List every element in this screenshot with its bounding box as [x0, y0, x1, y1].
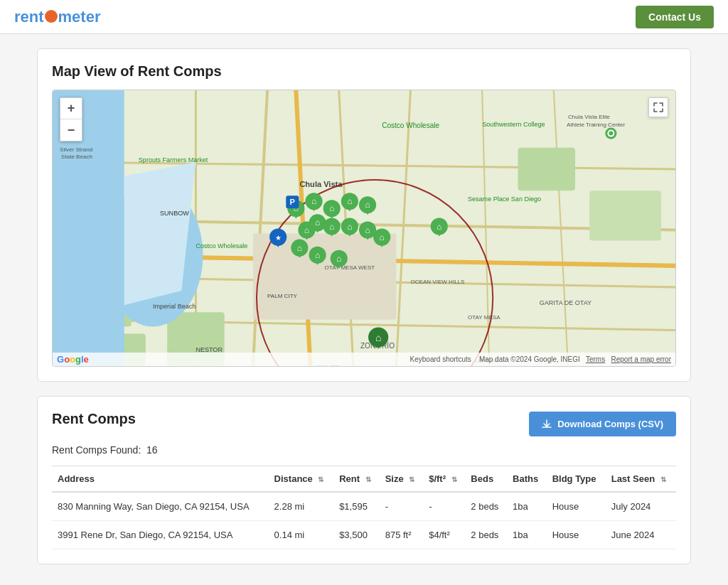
- svg-text:Sprouts Farmers Market: Sprouts Farmers Market: [139, 156, 208, 163]
- svg-text:Sesame Place San Diego: Sesame Place San Diego: [468, 195, 541, 203]
- svg-text:Athlete Training Center: Athlete Training Center: [567, 122, 626, 128]
- cell-price-sqft: $4/ft²: [423, 521, 465, 549]
- map-zoom-controls: + −: [60, 97, 82, 141]
- map-data-text: Map data ©2024 Google, INEGI: [479, 355, 580, 363]
- cell-beds: 2 beds: [465, 492, 507, 521]
- map-section: Map View of Rent Comps: [37, 48, 691, 382]
- svg-text:OTAY MESA: OTAY MESA: [468, 314, 500, 321]
- svg-text:Imperial Beach: Imperial Beach: [153, 303, 196, 310]
- svg-text:SUNBOW: SUNBOW: [160, 210, 189, 217]
- map-attribution: Google Keyboard shortcuts Map data ©2024…: [53, 353, 675, 366]
- sort-last-seen-icon: ⇅: [660, 476, 666, 483]
- logo-meter: meter: [58, 8, 101, 26]
- map-container[interactable]: Chula Vista Imperial Beach NESTOR PALM C…: [52, 90, 676, 367]
- svg-text:⌂: ⌂: [347, 222, 352, 232]
- cell-address: 3991 Rene Dr, San Diego, CA 92154, USA: [52, 521, 269, 549]
- svg-text:Costco Wholesale: Costco Wholesale: [382, 122, 439, 129]
- svg-text:State Beach: State Beach: [61, 154, 92, 160]
- svg-text:OTAY MESA WEST: OTAY MESA WEST: [325, 264, 375, 271]
- cell-beds: 2 beds: [465, 521, 507, 549]
- download-button-label: Download Comps (CSV): [557, 419, 663, 429]
- map-fullscreen-button[interactable]: [648, 97, 668, 117]
- sort-rent-icon: ⇅: [365, 476, 371, 483]
- svg-rect-16: [589, 190, 661, 240]
- svg-text:⌂: ⌂: [315, 250, 320, 260]
- svg-text:⌂: ⌂: [365, 200, 370, 210]
- svg-text:⌂: ⌂: [297, 243, 302, 253]
- comps-section: Rent Comps Download Comps (CSV) Rent Com…: [37, 396, 691, 564]
- cell-address: 830 Manning Way, San Diego, CA 92154, US…: [52, 492, 269, 521]
- header: rentmeter Contact Us: [0, 0, 728, 34]
- col-last-seen[interactable]: Last Seen ⇅: [606, 466, 676, 493]
- svg-text:Southwestern College: Southwestern College: [482, 121, 545, 128]
- cell-rent: $3,500: [333, 521, 380, 549]
- map-section-title: Map View of Rent Comps: [52, 63, 676, 80]
- cell-size: 875 ft²: [380, 521, 423, 549]
- svg-text:⌂: ⌂: [380, 232, 385, 242]
- svg-text:Chula Vista: Chula Vista: [299, 180, 343, 188]
- svg-text:⌂: ⌂: [336, 254, 341, 264]
- svg-text:⌂: ⌂: [375, 332, 382, 343]
- svg-text:GARITA DE OTAY: GARITA DE OTAY: [540, 299, 592, 306]
- comps-header: Rent Comps Download Comps (CSV): [52, 411, 676, 437]
- table-row: 830 Manning Way, San Diego, CA 92154, US…: [52, 492, 676, 521]
- svg-text:⌂: ⌂: [304, 225, 309, 235]
- col-address[interactable]: Address: [52, 466, 269, 493]
- svg-text:PALM CITY: PALM CITY: [267, 293, 298, 299]
- keyboard-shortcuts[interactable]: Keyboard shortcuts: [410, 355, 471, 363]
- cell-distance: 2.28 mi: [269, 492, 334, 521]
- svg-point-102: [609, 132, 613, 136]
- terms-link[interactable]: Terms: [586, 355, 605, 363]
- table-header-row: Address Distance ⇅ Rent ⇅ Size ⇅: [52, 466, 676, 493]
- svg-text:Chula Vista Elite: Chula Vista Elite: [568, 114, 610, 120]
- col-bldg-type: Bldg Type: [547, 466, 606, 493]
- zoom-out-button[interactable]: −: [60, 119, 82, 141]
- cell-price-sqft: -: [423, 492, 465, 521]
- download-comps-button[interactable]: Download Comps (CSV): [529, 412, 676, 436]
- col-distance[interactable]: Distance ⇅: [269, 466, 334, 493]
- comps-found: Rent Comps Found: 16: [52, 444, 676, 456]
- cell-rent: $1,595: [333, 492, 380, 521]
- report-link[interactable]: Report a map error: [611, 355, 671, 363]
- comps-section-title: Rent Comps: [52, 411, 136, 427]
- contact-button[interactable]: Contact Us: [636, 6, 714, 28]
- cell-last-seen: July 2024: [606, 492, 676, 521]
- svg-text:⌂: ⌂: [365, 225, 370, 235]
- col-price-sqft[interactable]: $/ft² ⇅: [423, 466, 465, 493]
- svg-text:⌂: ⌂: [437, 222, 441, 232]
- cell-bldg-type: House: [547, 492, 606, 521]
- download-icon: [542, 419, 552, 429]
- svg-rect-15: [518, 148, 575, 190]
- svg-text:⌂: ⌂: [311, 196, 316, 206]
- svg-text:⌂: ⌂: [315, 218, 320, 227]
- svg-text:OCEAN VIEW HILLS: OCEAN VIEW HILLS: [410, 279, 464, 285]
- cell-baths: 1ba: [507, 521, 547, 549]
- svg-text:★: ★: [275, 234, 282, 242]
- cell-size: -: [380, 492, 423, 521]
- col-baths: Baths: [507, 466, 547, 493]
- cell-baths: 1ba: [507, 492, 547, 521]
- attribution-text: Keyboard shortcuts Map data ©2024 Google…: [410, 355, 671, 363]
- sort-sqft-icon: ⇅: [451, 476, 457, 483]
- col-rent[interactable]: Rent ⇅: [333, 466, 380, 493]
- col-size[interactable]: Size ⇅: [380, 466, 423, 493]
- svg-text:Costco Wholesale: Costco Wholesale: [196, 242, 247, 249]
- col-beds: Beds: [465, 466, 507, 493]
- cell-last-seen: June 2024: [606, 521, 676, 549]
- google-logo: Google: [57, 354, 89, 365]
- sort-distance-icon: ⇅: [318, 476, 323, 483]
- comps-table: Address Distance ⇅ Rent ⇅ Size ⇅: [52, 466, 676, 549]
- logo-o-icon: [45, 10, 58, 23]
- svg-text:P: P: [290, 198, 295, 206]
- cell-distance: 0.14 mi: [269, 521, 334, 549]
- svg-text:⌂: ⌂: [329, 222, 334, 232]
- cell-bldg-type: House: [547, 521, 606, 549]
- zoom-in-button[interactable]: +: [60, 98, 82, 119]
- svg-text:Silver Strand: Silver Strand: [60, 146, 92, 153]
- svg-text:⌂: ⌂: [347, 196, 352, 206]
- logo-rent: rent: [14, 8, 44, 26]
- main-content: Map View of Rent Comps: [23, 34, 705, 585]
- svg-rect-23: [253, 234, 396, 320]
- logo: rentmeter: [14, 8, 100, 26]
- sort-size-icon: ⇅: [409, 476, 414, 483]
